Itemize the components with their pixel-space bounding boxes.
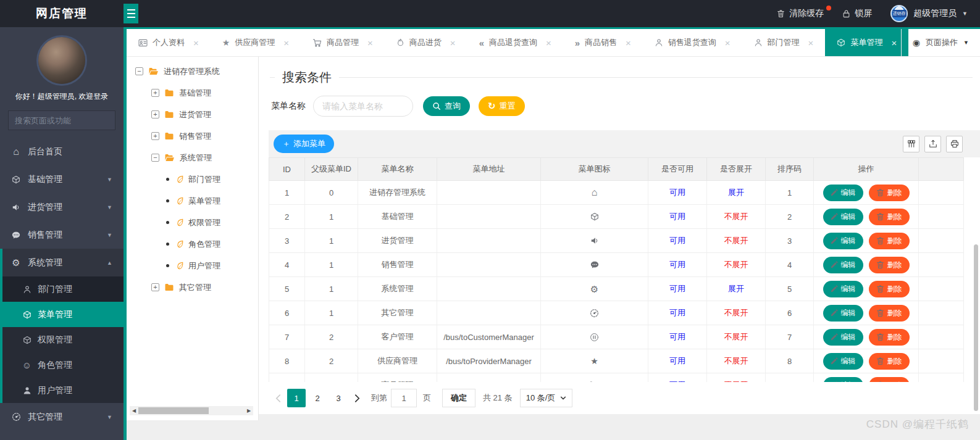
tree-node[interactable]: +基础管理: [135, 82, 258, 104]
edit-button[interactable]: 编辑: [823, 185, 863, 201]
lock-screen-button[interactable]: 锁屏: [842, 8, 872, 19]
edit-button[interactable]: 编辑: [823, 209, 863, 225]
close-icon[interactable]: ×: [808, 38, 814, 48]
close-icon[interactable]: ×: [367, 38, 373, 48]
folder-icon: [164, 132, 174, 140]
sidebar-search-input[interactable]: [15, 116, 124, 125]
sidebar-subitem[interactable]: 权限管理: [2, 327, 124, 352]
sidebar-item-link[interactable]: 其它管理▼: [0, 403, 124, 431]
user-photo[interactable]: [38, 37, 85, 84]
tree-node[interactable]: 权限管理: [135, 212, 258, 233]
delete-button[interactable]: 删除: [869, 305, 910, 322]
close-icon[interactable]: ×: [626, 38, 631, 48]
tab-item[interactable]: 商品管理×: [301, 29, 385, 56]
page-number[interactable]: 2: [308, 389, 327, 407]
clear-cache-button[interactable]: 清除缓存: [777, 8, 824, 19]
sidebar-item-link[interactable]: 基础管理▼: [0, 165, 124, 193]
close-icon[interactable]: ×: [193, 38, 199, 48]
expand-icon[interactable]: +: [151, 283, 159, 291]
expand-icon[interactable]: +: [151, 89, 159, 97]
sidebar-subitem[interactable]: 用户管理: [2, 378, 124, 403]
sidebar-item-expanded[interactable]: ⚙系统管理▲: [2, 249, 124, 276]
next-page-icon[interactable]: [349, 389, 365, 407]
tree-node[interactable]: +其它管理: [135, 276, 258, 298]
expand-icon[interactable]: +: [151, 110, 159, 118]
scroll-right-icon[interactable]: ▶: [246, 408, 252, 413]
edit-label: 编辑: [841, 284, 856, 294]
edit-button[interactable]: 编辑: [823, 257, 863, 273]
table-vertical-scrollbar[interactable]: [974, 188, 978, 440]
close-icon[interactable]: ×: [283, 38, 289, 48]
tab-item[interactable]: ★供应商管理×: [211, 29, 301, 56]
export-button[interactable]: [924, 136, 941, 152]
delete-button[interactable]: 删除: [869, 233, 910, 249]
delete-button[interactable]: 删除: [869, 353, 910, 370]
tree-node[interactable]: 角色管理: [135, 233, 258, 255]
page-operations-button[interactable]: ◉ 页面操作 ▼: [901, 29, 980, 56]
confirm-button[interactable]: 确定: [442, 389, 475, 407]
close-icon[interactable]: ×: [725, 38, 731, 48]
tab-label: 个人资料: [153, 37, 185, 48]
tab-item[interactable]: 商品进货×: [385, 29, 467, 56]
edit-button[interactable]: 编辑: [823, 281, 863, 297]
close-icon[interactable]: ×: [546, 38, 551, 48]
delete-button[interactable]: 删除: [869, 329, 910, 346]
sidebar-item-link[interactable]: ⌂后台首页: [0, 138, 124, 165]
expand-icon[interactable]: +: [151, 132, 159, 140]
table-cell: [437, 205, 541, 228]
sidebar-item-link[interactable]: 进货管理▼: [0, 193, 124, 221]
tab-item[interactable]: «商品退货查询×: [467, 29, 563, 56]
tab-item[interactable]: 销售退货查询×: [643, 29, 742, 56]
delete-button[interactable]: 删除: [869, 209, 910, 225]
close-icon[interactable]: ×: [891, 38, 897, 48]
tab-item[interactable]: »商品销售×: [563, 29, 643, 56]
edit-button[interactable]: 编辑: [823, 305, 863, 322]
sidebar-item-link[interactable]: 销售管理▼: [0, 221, 124, 249]
edit-button[interactable]: 编辑: [823, 329, 863, 346]
tree-node[interactable]: −进销存管理系统: [135, 60, 258, 82]
jump-page-input[interactable]: [391, 389, 417, 407]
hamburger-icon[interactable]: [124, 4, 138, 23]
scroll-left-icon[interactable]: ◀: [131, 408, 137, 413]
bullet-icon: [166, 264, 169, 267]
sidebar-subitem[interactable]: 部门管理: [2, 276, 124, 302]
tab-item[interactable]: 个人资料×: [127, 29, 211, 56]
tab-item[interactable]: 菜单管理×: [825, 29, 908, 56]
prev-page-icon[interactable]: [270, 389, 286, 407]
per-page-select[interactable]: 10 条/页: [520, 389, 573, 407]
edit-button[interactable]: 编辑: [823, 233, 863, 249]
delete-button[interactable]: 删除: [869, 377, 910, 383]
edit-button[interactable]: 编辑: [823, 353, 863, 370]
edit-button[interactable]: 编辑: [823, 377, 863, 383]
tree-node[interactable]: −系统管理: [135, 147, 258, 168]
page-number[interactable]: 3: [329, 389, 348, 407]
tree-node[interactable]: 菜单管理: [135, 190, 258, 212]
collapse-icon[interactable]: −: [151, 154, 159, 162]
tree-node[interactable]: +进货管理: [135, 104, 258, 125]
delete-button[interactable]: 删除: [869, 281, 910, 297]
print-button[interactable]: [946, 136, 963, 152]
user-menu[interactable]: 进销存 超级管理员 ▼: [890, 5, 968, 22]
collapse-icon[interactable]: −: [135, 67, 143, 75]
tree-node[interactable]: +销售管理: [135, 125, 258, 147]
jump-prefix: 到第: [371, 392, 387, 404]
scrollbar-thumb[interactable]: [138, 407, 209, 414]
add-menu-button[interactable]: ＋ 添加菜单: [274, 135, 334, 153]
delete-button[interactable]: 删除: [869, 185, 910, 201]
grid-button[interactable]: [903, 136, 919, 152]
page-number[interactable]: 1: [287, 389, 306, 407]
query-button[interactable]: 查询: [423, 96, 470, 116]
tree-horizontal-scrollbar[interactable]: ◀ ▶: [130, 406, 253, 415]
sidebar-subitem[interactable]: 菜单管理: [2, 302, 124, 327]
delete-button[interactable]: 删除: [869, 257, 910, 273]
tree-node[interactable]: 部门管理: [135, 168, 258, 190]
scrollbar-thumb[interactable]: [974, 244, 978, 411]
plus-icon: ＋: [282, 138, 290, 149]
sidebar-subitem[interactable]: ☺角色管理: [2, 352, 124, 378]
tab-item[interactable]: 部门管理×: [742, 29, 826, 56]
menu-name-input[interactable]: [313, 96, 413, 117]
tree-node[interactable]: 用户管理: [135, 255, 258, 276]
reset-button[interactable]: ↻ 重置: [479, 96, 525, 116]
expand-cell: 展开: [707, 277, 766, 301]
close-icon[interactable]: ×: [450, 38, 456, 48]
